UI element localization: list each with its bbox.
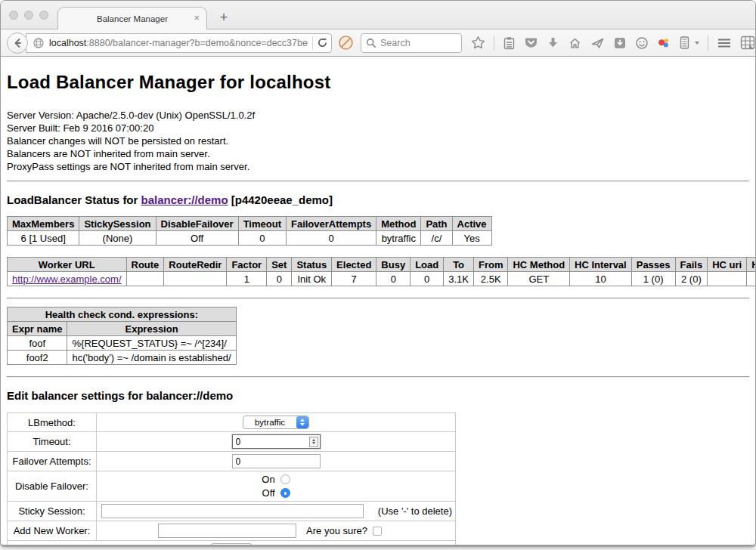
column-header: Status [292, 258, 332, 272]
timeout-field-wrap [232, 434, 321, 449]
column-header: From [473, 258, 508, 272]
save-panel-icon [613, 36, 627, 50]
globe-icon[interactable] [33, 37, 45, 49]
section-divider [7, 181, 749, 182]
confirm-label: Are you sure? [306, 525, 367, 536]
table-cell: Yes [452, 231, 491, 246]
disable-failover-on-radio[interactable] [280, 474, 290, 484]
menu-icon [717, 37, 732, 49]
sticky-session-note: (Use '-' to delete) [378, 505, 452, 517]
table-cell: 0 [376, 272, 411, 286]
url-bar[interactable]: localhost:8880/balancer-manager?b=demo&n… [26, 33, 332, 53]
table-cell: Init Ok [292, 272, 332, 286]
lbmethod-select[interactable]: bytraffic [243, 416, 309, 429]
minimize-window-button[interactable] [24, 11, 33, 20]
failover-attempts-row: Failover Attempts: [8, 452, 456, 471]
sticky-session-input[interactable] [101, 504, 364, 518]
search-placeholder: Search [380, 38, 411, 48]
extension-list-button[interactable] [679, 36, 690, 50]
number-stepper-icon[interactable] [309, 437, 318, 447]
column-header: Expression [67, 322, 236, 336]
app-grid-icon [740, 36, 755, 50]
column-header: Set [267, 258, 292, 272]
downloads-button[interactable] [547, 36, 559, 50]
table-cell [126, 272, 164, 286]
table-cell: 3.1K [444, 272, 474, 286]
bookmark-star-button[interactable] [471, 36, 485, 50]
column-header: HC Interval [570, 258, 632, 272]
table-cell: 0 [238, 231, 286, 246]
column-header: HC Method [508, 258, 570, 272]
submit-button[interactable]: Submit [210, 543, 253, 545]
disable-failover-off-radio[interactable] [280, 488, 290, 498]
close-window-button[interactable] [9, 11, 18, 20]
table-row: foof%{REQUEST_STATUS} =~ /^[234]/ [8, 336, 237, 351]
table-cell: foof2 [747, 272, 756, 286]
add-worker-label: Add New Worker: [8, 521, 97, 541]
table-cell: 7 [332, 272, 376, 286]
column-header: DisableFailover [156, 217, 238, 231]
reload-icon[interactable] [317, 37, 328, 48]
select-stepper-icon[interactable] [296, 416, 308, 428]
colors-extension-icon [657, 36, 671, 50]
table-cell: 0 [286, 231, 376, 246]
extension-list-icon [679, 36, 690, 50]
bookmark-star-icon [471, 36, 485, 50]
chevron-down-icon[interactable] [695, 42, 699, 45]
send-tab-button[interactable] [590, 36, 605, 50]
table-cell: GET [508, 272, 570, 286]
table-cell: foof [8, 336, 67, 351]
plugin-blocked-button[interactable] [338, 35, 354, 51]
search-bar[interactable]: Search [361, 33, 462, 53]
feedback-smiley-icon [635, 36, 649, 50]
search-icon [366, 38, 376, 48]
page-content: Load Balancer Manager for localhost Serv… [1, 72, 755, 545]
plugin-blocked-icon [338, 35, 354, 51]
table-title: Health check cond. expressions: [8, 307, 237, 322]
balancer-link[interactable]: balancer://demo [141, 193, 228, 206]
table-cell: 2.5K [473, 272, 508, 286]
section-divider [7, 298, 749, 299]
failover-attempts-input[interactable] [232, 454, 321, 468]
zoom-window-button[interactable] [39, 11, 48, 20]
timeout-input[interactable] [233, 437, 309, 447]
add-worker-input[interactable] [158, 524, 296, 538]
feedback-button[interactable] [635, 36, 649, 50]
server-built-line: Server Built: Feb 9 2016 07:00:20 [7, 122, 749, 134]
section-divider [7, 376, 749, 378]
table-cell: http://www.example.com/ [8, 272, 127, 286]
tab-close-icon[interactable]: × [194, 13, 200, 23]
tab-title: Balancer Manager [97, 14, 168, 23]
lbmethod-label: LBmethod: [8, 413, 97, 432]
radio-on-label: On [262, 474, 274, 485]
app-grid-button[interactable] [740, 36, 755, 50]
table-cell: 1 [227, 272, 267, 286]
column-header: FailoverAttempts [286, 217, 376, 231]
toolbar-separator [708, 36, 708, 51]
persist-note-line: Balancer changes will NOT be persisted o… [7, 134, 749, 147]
worker-status-table: Worker URLRouteRouteRedirFactorSetStatus… [7, 257, 756, 286]
pocket-button[interactable] [524, 36, 538, 50]
table-row: foof2hc('body') =~ /domain is establishe… [8, 351, 237, 365]
column-header: Fails [675, 258, 708, 272]
lbmethod-row: LBmethod: bytraffic [8, 413, 456, 432]
bookmarks-menu-button[interactable] [503, 36, 516, 50]
tab-balancer-manager[interactable]: Balancer Manager × [57, 7, 207, 29]
new-tab-button[interactable]: + [215, 10, 233, 26]
table-cell: bytraffic [376, 231, 421, 246]
url-text[interactable]: localhost:8880/balancer-manager?b=demo&n… [49, 38, 308, 48]
column-header: HC Expr [747, 258, 756, 272]
menu-button[interactable] [717, 37, 732, 49]
confirm-checkbox[interactable] [373, 527, 382, 536]
colors-extension-button[interactable] [657, 36, 671, 50]
table-cell: /c/ [421, 231, 452, 246]
home-button[interactable] [568, 36, 582, 50]
clipboard-icon [503, 36, 516, 50]
worker-url-link[interactable]: http://www.example.com/ [12, 273, 122, 285]
table-cell: (None) [79, 231, 156, 246]
save-panel-button[interactable] [613, 36, 627, 50]
column-header: To [444, 258, 474, 272]
table-cell: 6 [1 Used] [8, 231, 79, 246]
tab-bar: Balancer Manager × + [1, 1, 755, 29]
back-button[interactable] [7, 32, 28, 54]
